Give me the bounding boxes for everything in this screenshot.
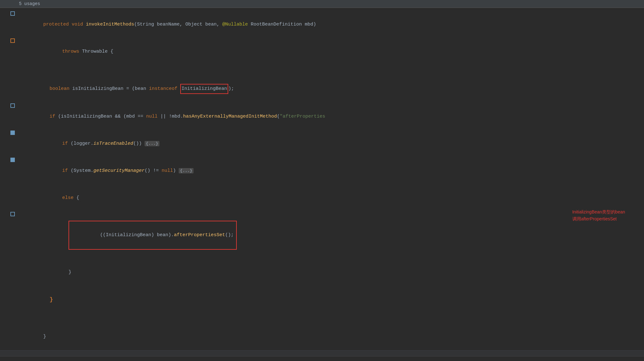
p3 [248,22,251,27]
line-content-blank3 [17,357,644,361]
kw-else: else [62,195,76,201]
line-blank2 [0,314,644,323]
line-if-logger: if (logger.isTraceEnabled()) {...} [0,130,644,157]
line-close-method: } [0,323,644,350]
line-blank1 [0,65,644,75]
line-content-if-system: if (System.getSecurityManager() != null)… [17,158,644,184]
bookmark-if1 [10,103,15,108]
kw-if-logger: if [62,141,71,146]
line-else: else { [0,184,644,212]
bool-end: ); [228,86,234,91]
bookmark-icon [10,11,15,16]
method-name: invokeInitMethods [86,22,134,27]
line-content-close-if1: } [17,286,644,313]
line-content-if-logger: if (logger.isTraceEnabled()) {...} [17,131,644,157]
gutter-throws [0,38,17,43]
gutter [0,11,17,16]
line-if1: if (isInitializingBean && (mbd == null |… [0,103,644,130]
cast-content: (( [100,232,106,238]
line-content-method-sig: protected void invokeInitMethods(String … [17,11,644,38]
rootbeandef: RootBeanDefinition [251,22,302,27]
logger-content: (logger.isTraceEnabled()) [71,141,145,146]
gutter-if-logger [0,131,17,135]
line-content-afterPropertiesSet: ((InitializingBean) bean).afterPropertie… [17,212,644,259]
line-content-bool: boolean isInitializingBean = (bean insta… [17,75,644,103]
line-content-close-method: } [17,323,644,350]
line-throws: throws Throwable { [0,38,644,65]
code-area: protected void invokeInitMethods(String … [0,8,644,361]
initializingBean-class: InitializingBean [182,86,227,91]
system-content: (System.getSecurityManager() != null) [71,168,179,173]
initializingBean-highlighted: InitializingBean [180,84,228,94]
gutter-if-system [0,158,17,162]
line-if-system: if (System.getSecurityManager() != null)… [0,157,644,184]
method-end: (); [225,232,234,238]
annotation-line1: InitializingBean类型的bean [572,208,625,215]
if1-content: (isInitializingBean && (mbd == null || !… [58,114,325,119]
p4: mbd) [302,22,316,27]
param-object: Object [185,22,202,27]
bookmark-afterPropertiesSet [10,212,15,216]
line-content-if1: if (isInitializingBean && (mbd == null |… [17,103,644,130]
code-container: 5 usages protected void invokeInitMethod… [0,0,644,361]
line-content-close-else: } [17,259,644,286]
kw-boolean: boolean [50,86,72,91]
open-brace: { [108,49,113,54]
line-method-sig: protected void invokeInitMethods(String … [0,11,644,38]
collapsed-block-system: {...} [179,168,194,173]
line-content-blank1 [17,66,644,74]
line-bool: boolean isInitializingBean = (bean insta… [0,75,644,103]
bookmark-throws [10,38,15,43]
afterPropertiesSet-block: ((InitializingBean) bean).afterPropertie… [69,221,237,250]
kw-void: void [72,22,86,27]
close-method-brace: } [43,334,46,339]
line-blank3 [0,357,644,361]
afterPropertiesSet-method: afterPropertiesSet [174,232,225,238]
p1: beanName, [154,22,185,27]
kw-protected: protected [43,22,72,27]
usages-bar: 5 usages [0,0,644,8]
p2: bean, [202,22,222,27]
else-brace: { [76,195,79,201]
section-divider [0,350,644,357]
line-content-else: else { [17,185,644,211]
param-string: String [137,22,154,27]
gutter-if1 [0,103,17,108]
gutter-afterPropertiesSet [0,212,17,216]
kw-if1: if [50,114,58,119]
line-content-throws: throws Throwable { [17,38,644,65]
annotation-right-1: InitializingBean类型的bean 调用afterPropertie… [572,208,625,223]
var-isInitializingBean: isInitializingBean = (bean instanceof [72,86,180,91]
throwable-class: Throwable [82,49,108,54]
bookmark-system [10,158,15,162]
kw-if-system: if [62,168,71,173]
cast-class: InitializingBean [106,232,151,238]
close-else-brace: } [69,270,71,275]
cast-content2: ) bean). [151,232,174,238]
usages-label: 5 usages [19,1,40,6]
collapsed-block-logger: {...} [145,141,159,146]
line-close-if1: } [0,286,644,314]
params: ( [134,22,137,27]
line-close-else: } [0,259,644,286]
annotation-line2: 调用afterPropertiesSet [572,215,625,222]
line-afterPropertiesSet: ((InitializingBean) bean).afterPropertie… [0,212,644,259]
close-if1-brace: } [50,296,53,303]
nullable-annotation: @Nullable [222,22,248,27]
line-content-blank2 [17,314,644,323]
kw-throws: throws [62,49,82,54]
bookmark-logger [10,131,15,135]
